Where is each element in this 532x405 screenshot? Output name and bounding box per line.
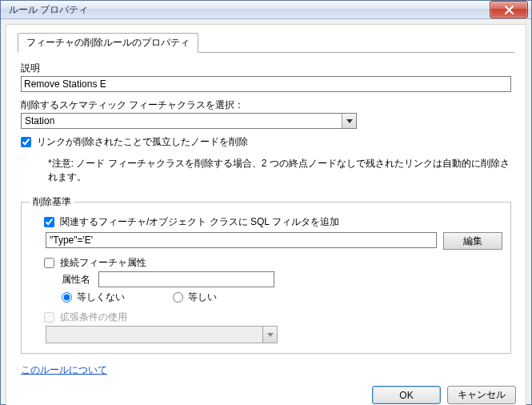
cancel-button[interactable]: キャンセル	[447, 386, 516, 404]
ok-button[interactable]: OK	[372, 386, 441, 404]
orphan-node-label: リンクが削除されたことで孤立したノードを削除	[37, 135, 248, 149]
dropdown-arrow-icon	[262, 327, 277, 343]
radio-equal-wrap[interactable]: 等しい	[173, 291, 217, 304]
dialog-button-strip: OK キャンセル	[372, 386, 516, 404]
attr-block: 属性名 等しくない 等しい	[46, 271, 502, 304]
radio-not-equal-wrap[interactable]: 等しくない	[62, 291, 125, 304]
criteria-group: 削除基準 関連するフィーチャ/オブジェクト クラスに SQL フィルタを追加 編…	[21, 195, 511, 354]
close-icon	[505, 6, 514, 14]
description-input[interactable]	[21, 76, 511, 92]
tab-strip: フィーチャの削除ルールのプロパティ	[18, 34, 514, 52]
radio-not-equal[interactable]	[62, 292, 72, 303]
dropdown-arrow-icon	[342, 114, 356, 128]
sql-filter-value-row: 編集	[46, 232, 502, 250]
feature-class-label: 削除するスケマティック フィーチャクラスを選択：	[21, 98, 511, 112]
description-label: 説明	[21, 62, 511, 75]
tab-delete-rule-properties[interactable]: フィーチャの削除ルールのプロパティ	[18, 33, 198, 53]
orphan-node-checkbox[interactable]	[21, 137, 31, 147]
ext-cond-checkbox	[44, 312, 54, 323]
ext-cond-combo	[46, 326, 278, 343]
criteria-legend: 削除基準	[30, 195, 74, 209]
equality-radio-row: 等しくない 等しい	[62, 291, 502, 304]
attr-name-input[interactable]	[98, 271, 274, 287]
titlebar: ルール プロパティ	[1, 1, 531, 19]
ext-cond-row: 拡張条件の使用	[44, 311, 502, 324]
dialog-window: ルール プロパティ フィーチャの削除ルールのプロパティ 説明 削除するスケマティ…	[0, 0, 532, 405]
sql-filter-label: 関連するフィーチャ/オブジェクト クラスに SQL フィルタを追加	[60, 215, 339, 229]
tab-body: 説明 削除するスケマティック フィーチャクラスを選択： Station リンクが…	[18, 52, 514, 377]
client-area: フィーチャの削除ルールのプロパティ 説明 削除するスケマティック フィーチャクラ…	[6, 24, 526, 405]
attr-name-row: 属性名	[62, 271, 502, 287]
join-attr-row: 接続フィーチャ属性	[44, 256, 502, 270]
feature-class-value: Station	[22, 115, 342, 126]
radio-equal[interactable]	[173, 292, 183, 303]
tab-label: フィーチャの削除ルールのプロパティ	[26, 37, 190, 48]
feature-class-row: 削除するスケマティック フィーチャクラスを選択： Station	[21, 98, 511, 129]
ext-cond-label: 拡張条件の使用	[60, 311, 127, 324]
about-rule-link[interactable]: このルールについて	[21, 363, 107, 377]
orphan-node-row: リンクが削除されたことで孤立したノードを削除	[21, 135, 511, 149]
radio-equal-label: 等しい	[188, 291, 217, 304]
attr-name-label: 属性名	[62, 273, 90, 287]
feature-class-select[interactable]: Station	[21, 113, 357, 129]
description-row: 説明	[21, 62, 511, 92]
edit-filter-button[interactable]: 編集	[443, 232, 502, 250]
tab-underline	[198, 52, 514, 53]
window-title: ルール プロパティ	[9, 3, 490, 17]
radio-not-equal-label: 等しくない	[77, 291, 125, 304]
sql-filter-checkbox[interactable]	[44, 217, 54, 227]
close-button[interactable]	[490, 1, 528, 18]
join-attr-checkbox[interactable]	[44, 258, 54, 268]
join-attr-label: 接続フィーチャ属性	[60, 256, 146, 270]
orphan-note: *注意: ノード フィーチャクラスを削除する場合、2 つの終点ノードなしで残され…	[48, 157, 511, 184]
sql-filter-row: 関連するフィーチャ/オブジェクト クラスに SQL フィルタを追加	[44, 215, 502, 229]
sql-filter-input[interactable]	[46, 232, 437, 248]
